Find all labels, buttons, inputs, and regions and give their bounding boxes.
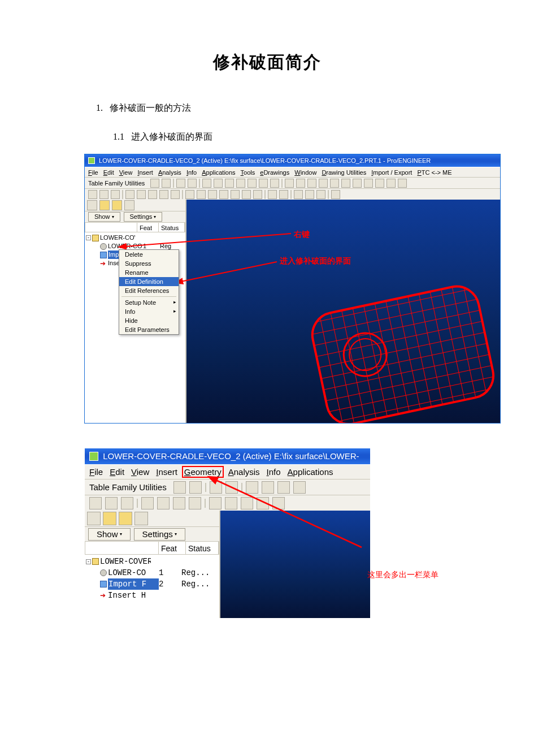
toolbar-icon[interactable] [279, 190, 288, 199]
toolbar-icon[interactable] [225, 179, 234, 188]
toolbar-icon[interactable] [141, 497, 154, 509]
toolbar-icon[interactable] [246, 481, 258, 494]
menu-item-file[interactable]: File [89, 467, 103, 477]
toolbar-icon[interactable] [105, 497, 118, 509]
toolbar-icon[interactable] [225, 481, 238, 494]
toolbar-icon[interactable] [188, 179, 197, 188]
folder-icon[interactable] [119, 512, 132, 525]
menu-item-drawing-utilities[interactable]: Drawing Utilities [322, 169, 366, 176]
toolbar-icon[interactable] [89, 497, 102, 509]
tree-row[interactable]: ➔Insert H [86, 590, 219, 601]
toolbar-icon[interactable] [387, 179, 396, 188]
toolbar-icon[interactable] [330, 179, 339, 188]
toolbar-icon[interactable] [331, 190, 340, 199]
menu-item-applications[interactable]: Applications [202, 169, 235, 176]
toolbar-icon[interactable] [257, 497, 269, 509]
settings-button[interactable]: Settings▾ [134, 528, 185, 541]
menu-item-analysis[interactable]: Analysis [228, 467, 260, 477]
graphics-viewport[interactable] [220, 511, 370, 618]
toolbar-icon[interactable] [241, 497, 253, 509]
toolbar-icon[interactable] [219, 190, 228, 199]
show-button[interactable]: Show▾ [88, 212, 120, 222]
context-menu-item-hide[interactable]: Hide [119, 316, 179, 325]
tree-icon[interactable] [87, 200, 97, 210]
expand-icon[interactable]: - [86, 559, 91, 564]
tree-show-row[interactable]: Show▾ Settings▾ [85, 526, 219, 541]
tree-row[interactable]: LOWER-CO1Reg... [86, 567, 219, 578]
toolbar-icon[interactable] [307, 179, 316, 188]
tree-icon[interactable] [124, 200, 134, 210]
toolbar-icon[interactable] [214, 179, 223, 188]
toolbar-icon[interactable] [125, 190, 134, 199]
tree-row[interactable]: -LOWER-COVER- [86, 556, 219, 567]
toolbar-icon[interactable] [99, 190, 108, 199]
context-menu-item-delete[interactable]: Delete [119, 250, 179, 259]
context-menu-item-rename[interactable]: Rename [119, 268, 179, 277]
menu-item-view[interactable]: View [119, 169, 133, 176]
toolbar-icon[interactable] [148, 190, 157, 199]
toolbar-icon[interactable] [364, 179, 373, 188]
menu-item-edrawings[interactable]: eDrawings [260, 169, 289, 176]
tree-icon[interactable] [134, 512, 148, 525]
toolbar-icon[interactable] [259, 179, 268, 188]
toolbar-icon[interactable] [242, 190, 251, 199]
toolbar-icon[interactable] [121, 497, 133, 509]
tree-row[interactable]: -LOWER-COVER- [86, 234, 185, 242]
toolbar-icon[interactable] [398, 179, 407, 188]
tree-body[interactable]: -LOWER-COVER-LOWER-CO1Reg...Import F2Reg… [85, 555, 219, 618]
settings-button[interactable]: Settings▾ [124, 212, 163, 222]
context-menu[interactable]: DeleteSuppressRenameEdit DefinitionEdit … [119, 249, 179, 335]
context-menu-item-suppress[interactable]: Suppress [119, 259, 179, 268]
toolbar-icon[interactable] [202, 179, 211, 188]
toolbar-icon[interactable] [209, 497, 222, 509]
toolbar-icon[interactable] [316, 190, 325, 199]
toolbar-icon[interactable] [375, 179, 384, 188]
menu-item-analysis[interactable]: Analysis [158, 169, 181, 176]
tree-row[interactable]: Import F2Reg... [86, 578, 219, 590]
menu-item-geometry[interactable]: Geometry [184, 467, 222, 477]
menu-item-file[interactable]: File [88, 169, 98, 176]
tree-show-row[interactable]: Show▾ Settings▾ [85, 211, 185, 222]
tree-toolbar[interactable] [85, 511, 219, 526]
toolbar-icon[interactable] [225, 497, 237, 509]
toolbar-icon[interactable] [171, 190, 180, 199]
toolbar-icon[interactable] [270, 179, 279, 188]
toolbar-icon[interactable] [189, 497, 201, 509]
folder-icon[interactable] [103, 512, 116, 525]
show-button[interactable]: Show▾ [88, 528, 131, 541]
toolbar-2[interactable] [85, 188, 500, 200]
context-menu-item-edit-parameters[interactable]: Edit Parameters [119, 325, 179, 334]
toolbar-icon[interactable] [185, 190, 194, 199]
expand-icon[interactable]: - [86, 235, 91, 240]
toolbar-icon[interactable] [157, 497, 170, 509]
toolbar-icon[interactable] [268, 190, 277, 199]
toolbar-icon[interactable] [150, 179, 159, 188]
menu-item-edit[interactable]: Edit [110, 467, 124, 477]
toolbar-icon[interactable] [262, 481, 274, 494]
model-tree-panel[interactable]: Show▾ Settings▾ Feat # Status -LOWER-COV… [85, 511, 220, 618]
toolbar-icon[interactable] [293, 481, 306, 494]
folder-icon[interactable] [112, 200, 122, 210]
menubar[interactable]: FileEditViewInsertGeometryAnalysisInfoAp… [85, 464, 370, 479]
folder-icon[interactable] [99, 200, 110, 210]
tree-icon[interactable] [87, 512, 101, 525]
toolbar-icon[interactable] [248, 179, 257, 188]
menu-item-import-export[interactable]: Import / Export [371, 169, 412, 176]
toolbar-icon[interactable] [285, 179, 294, 188]
toolbar-icon[interactable] [173, 481, 186, 494]
toolbar-icon[interactable] [353, 179, 362, 188]
toolbar-icon[interactable] [197, 190, 206, 199]
toolbar-icon[interactable] [137, 190, 146, 199]
toolbar-icon[interactable] [341, 179, 350, 188]
toolbar-icon[interactable] [277, 481, 290, 494]
menu-item-insert[interactable]: Insert [156, 467, 177, 477]
menu-item-applications[interactable]: Applications [288, 467, 333, 477]
graphics-viewport[interactable] [186, 200, 500, 423]
menu-item-info[interactable]: Info [186, 169, 197, 176]
toolbar-1[interactable]: Table Family Utilities [85, 177, 500, 188]
toolbar-1[interactable]: Table Family Utilities [85, 479, 370, 495]
toolbar-icon[interactable] [173, 497, 185, 509]
menu-item-ptc-me[interactable]: PTC <-> ME [417, 169, 451, 176]
context-menu-item-edit-definition[interactable]: Edit Definition [119, 277, 179, 286]
menubar[interactable]: FileEditViewInsertAnalysisInfoApplicatio… [85, 167, 500, 177]
